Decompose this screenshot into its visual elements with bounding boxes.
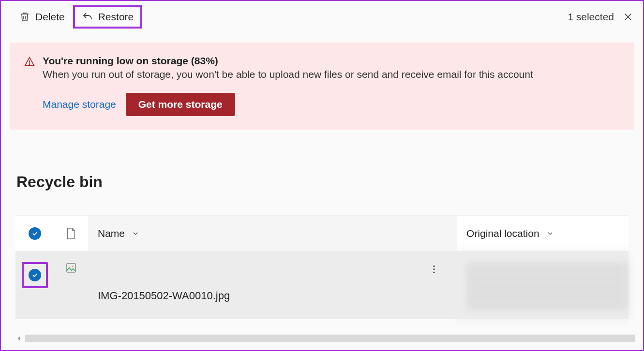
redacted-location	[466, 261, 629, 309]
recycle-bin-table: Name Original location	[15, 215, 629, 319]
action-toolbar: Delete Restore 1 selected	[1, 1, 643, 33]
delete-button[interactable]: Delete	[11, 6, 73, 28]
alert-body: When you run out of storage, you won't b…	[43, 69, 533, 80]
type-col-icon	[54, 216, 88, 251]
storage-warning-banner: You're running low on storage (83%) When…	[10, 43, 634, 130]
name-header-label: Name	[98, 228, 125, 239]
trash-icon	[19, 11, 30, 23]
select-all-cell[interactable]	[15, 216, 54, 251]
original-location-column-header[interactable]: Original location	[457, 216, 629, 251]
file-name: IMG-20150502-WA0010.jpg	[98, 290, 230, 302]
svg-point-3	[433, 265, 434, 267]
chevron-down-icon	[132, 230, 139, 237]
name-column-header[interactable]: Name	[88, 216, 457, 251]
more-actions-icon[interactable]	[429, 264, 439, 275]
image-file-icon	[65, 262, 77, 274]
svg-point-0	[29, 64, 30, 64]
original-location-header-label: Original location	[466, 228, 539, 239]
close-icon[interactable]	[623, 12, 633, 22]
restore-label: Restore	[98, 11, 134, 23]
svg-point-5	[433, 272, 434, 273]
svg-point-4	[433, 268, 434, 270]
row-checkbox-highlight	[22, 262, 48, 288]
svg-point-2	[72, 265, 73, 267]
original-location-cell	[457, 251, 629, 319]
selection-count: 1 selected	[568, 11, 614, 23]
get-more-storage-button[interactable]: Get more storage	[126, 93, 235, 116]
svg-rect-1	[67, 263, 75, 272]
scroll-left-icon[interactable]	[15, 335, 22, 342]
table-row[interactable]: IMG-20150502-WA0010.jpg	[15, 251, 629, 319]
chevron-down-icon	[546, 230, 554, 237]
manage-storage-link[interactable]: Manage storage	[43, 99, 116, 110]
file-icon	[66, 227, 76, 240]
undo-icon	[82, 11, 93, 23]
scrollbar-track[interactable]	[25, 335, 635, 342]
horizontal-scrollbar[interactable]	[15, 334, 638, 343]
alert-title: You're running low on storage (83%)	[43, 55, 533, 67]
table-header: Name Original location	[15, 216, 629, 251]
page-title: Recycle bin	[16, 173, 643, 191]
row-checkbox[interactable]	[29, 269, 41, 281]
select-all-checkbox[interactable]	[29, 227, 41, 240]
restore-button[interactable]: Restore	[73, 5, 143, 29]
warning-icon	[24, 56, 35, 67]
delete-label: Delete	[35, 11, 65, 23]
